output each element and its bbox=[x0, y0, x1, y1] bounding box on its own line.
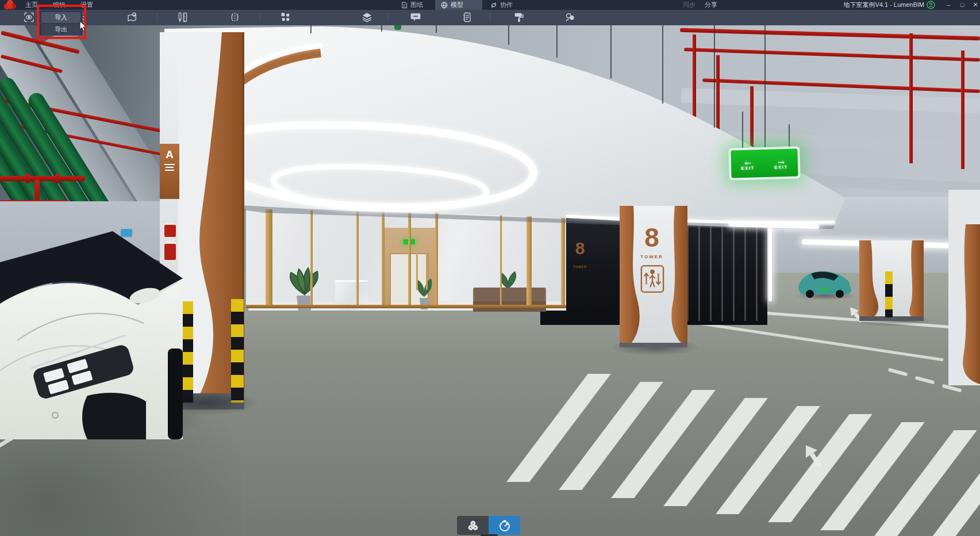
window-title: 地下室案例V4.1 - LumenBIM bbox=[827, 0, 924, 10]
drawing-icon bbox=[401, 2, 408, 9]
exit-sign-right: → EXIT bbox=[764, 148, 798, 177]
toolbar-section-box[interactable] bbox=[227, 11, 242, 24]
maximize-button[interactable]: □ bbox=[956, 0, 969, 10]
hanger-rod bbox=[742, 112, 743, 148]
collaborate-icon bbox=[490, 2, 497, 9]
title-bar: 主页 编辑 设置 图纸 模型 协作 同步 分享 地下室案例V4.1 - Lume… bbox=[0, 0, 980, 10]
tab-collaborate[interactable]: 协作 bbox=[485, 0, 518, 10]
render-mode-icon bbox=[466, 519, 480, 533]
comment-icon bbox=[410, 12, 421, 23]
main-toolbar bbox=[0, 10, 980, 25]
app-logo-icon[interactable] bbox=[3, 0, 17, 11]
hanger-rod bbox=[662, 25, 663, 104]
toolbar-separator bbox=[388, 13, 389, 22]
toolbar-components[interactable] bbox=[278, 11, 293, 24]
tab-collaborate-label: 协作 bbox=[500, 1, 513, 9]
report-icon bbox=[462, 12, 473, 23]
toolbar-material-paint[interactable] bbox=[512, 11, 526, 24]
exit-sign: ← EXIT → EXIT bbox=[728, 146, 800, 180]
bottom-toolbar bbox=[457, 516, 520, 535]
render-mode-button[interactable] bbox=[457, 516, 489, 535]
exit-arrow-left-icon: ← bbox=[743, 158, 752, 166]
toolbar-separator bbox=[260, 13, 260, 22]
hazard-stripe bbox=[231, 299, 244, 403]
toolbar-team-members[interactable] bbox=[563, 11, 578, 24]
application-window: { "app": { "window_title": "地下室案例V4.1 - … bbox=[0, 0, 980, 536]
exit-label-right: EXIT bbox=[774, 164, 788, 169]
hanger-rod bbox=[610, 25, 612, 78]
floor-arrow bbox=[798, 442, 830, 473]
toolbar-separator bbox=[157, 13, 157, 22]
hanger-rod bbox=[556, 25, 558, 58]
hanger-rod bbox=[789, 124, 790, 150]
mouse-cursor bbox=[79, 21, 87, 32]
hazard-stripe bbox=[885, 271, 893, 317]
material-paint-icon bbox=[513, 12, 525, 23]
toolbar-measure[interactable] bbox=[175, 11, 190, 24]
minimize-button[interactable]: – bbox=[942, 0, 955, 10]
hanger-rod bbox=[764, 25, 766, 150]
tab-model[interactable]: 模型 bbox=[435, 0, 482, 10]
lobby-copper-sill bbox=[246, 305, 566, 308]
sync-button[interactable]: 同步 bbox=[683, 0, 695, 10]
toolbar-separator bbox=[490, 13, 490, 22]
walk-speed-button[interactable] bbox=[489, 516, 520, 535]
elevator-pictogram-icon bbox=[640, 265, 664, 293]
model-sphere-icon bbox=[441, 2, 448, 9]
hanger-rod bbox=[436, 25, 437, 33]
toolbar-layers[interactable] bbox=[359, 11, 374, 24]
tab-drawings[interactable]: 图纸 bbox=[395, 0, 429, 10]
led-strip-vertical bbox=[768, 228, 772, 301]
hanger-rod bbox=[508, 25, 509, 45]
map-roam-icon bbox=[126, 12, 139, 23]
close-button[interactable]: ✕ bbox=[969, 0, 980, 10]
tab-model-label: 模型 bbox=[451, 1, 463, 9]
toolbar-comment[interactable] bbox=[408, 11, 423, 24]
toolbar-view-cube[interactable] bbox=[21, 11, 36, 24]
share-button[interactable]: 分享 bbox=[705, 0, 717, 10]
view-cube-icon bbox=[23, 12, 35, 23]
tower-pillar-number: 8 bbox=[636, 223, 668, 252]
hanger-rod bbox=[714, 25, 715, 128]
exit-sign-left: ← EXIT bbox=[731, 150, 764, 178]
tower-pillar-label: TOWER bbox=[636, 254, 668, 259]
hanger-rod bbox=[381, 25, 382, 32]
tab-drawings-label: 图纸 bbox=[410, 1, 423, 9]
exit-sign-face: ← EXIT → EXIT bbox=[731, 148, 798, 178]
exit-arrow-right-icon: → bbox=[776, 157, 786, 165]
section-box-icon bbox=[229, 12, 241, 23]
teal-car bbox=[796, 265, 854, 299]
pillar-a-logo: A bbox=[160, 144, 179, 199]
measure-icon bbox=[177, 12, 189, 23]
exit-label-left: EXIT bbox=[741, 166, 755, 170]
hanger-rod bbox=[310, 25, 312, 33]
toolbar-report[interactable] bbox=[460, 11, 475, 24]
layers-icon bbox=[361, 12, 373, 23]
toolbar-map-roam[interactable] bbox=[125, 11, 140, 24]
viewport-3d[interactable]: 8 TOWER bbox=[0, 25, 980, 536]
white-car bbox=[0, 225, 183, 439]
green-pipe-stub bbox=[394, 25, 401, 30]
walk-speed-icon bbox=[498, 519, 512, 533]
components-icon bbox=[280, 12, 291, 23]
team-members-icon bbox=[564, 12, 576, 23]
far-right-pillar bbox=[948, 190, 980, 385]
pillar-a-letter: A bbox=[166, 148, 174, 160]
user-avatar[interactable] bbox=[927, 1, 935, 9]
